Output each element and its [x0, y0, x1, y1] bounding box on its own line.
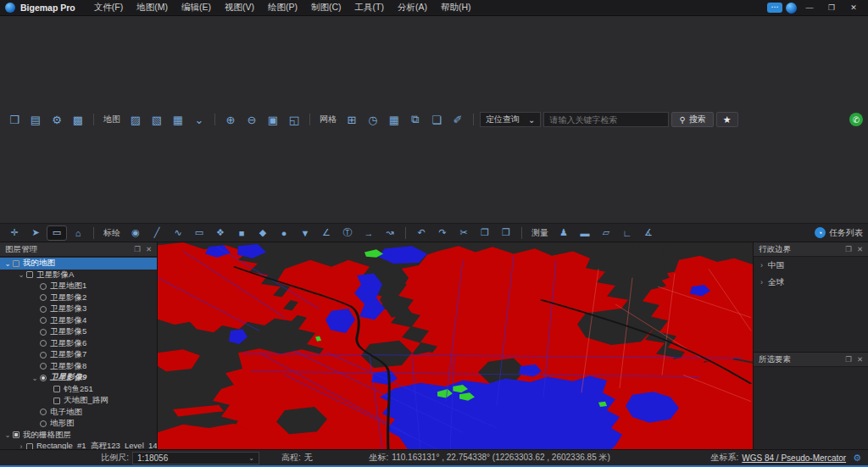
- expander-icon[interactable]: ›: [760, 261, 763, 270]
- close-panel-icon[interactable]: ✕: [857, 245, 863, 253]
- layer-item[interactable]: 钓鱼251: [0, 384, 157, 396]
- close-button[interactable]: ✕: [844, 2, 863, 14]
- full-extent-icon[interactable]: ◱: [285, 112, 303, 127]
- radio[interactable]: [40, 317, 47, 324]
- expander-icon[interactable]: ›: [760, 278, 763, 286]
- layer-item[interactable]: ⌄卫星影像9: [0, 372, 157, 384]
- layer-item[interactable]: 卫星影像4: [0, 315, 157, 327]
- home-view-icon[interactable]: ⌂: [69, 226, 87, 240]
- expander-icon[interactable]: ⌄: [3, 431, 12, 439]
- radio[interactable]: [40, 329, 47, 336]
- expander-icon[interactable]: ⌄: [3, 259, 12, 268]
- checkbox[interactable]: [26, 271, 33, 278]
- map-style-dropdown-icon[interactable]: ⌄: [190, 112, 209, 127]
- menu-view[interactable]: 视图(V): [218, 1, 261, 14]
- radio[interactable]: [40, 294, 47, 301]
- layer-item[interactable]: 卫星影像3: [0, 303, 157, 315]
- pentagon-draw-icon[interactable]: ◆: [253, 226, 272, 240]
- measure-azimuth-icon[interactable]: ∡: [639, 226, 658, 240]
- layer-item[interactable]: 卫星影像8: [0, 361, 157, 373]
- circle-draw-icon[interactable]: ●: [275, 226, 293, 240]
- radio[interactable]: [40, 409, 47, 415]
- map-canvas[interactable]: [158, 242, 753, 449]
- layer-item[interactable]: 地形图: [0, 418, 157, 430]
- save-icon[interactable]: ▤: [26, 112, 45, 127]
- layer-item[interactable]: ⌄我的栅格图层: [0, 430, 157, 442]
- crs-link[interactable]: WGS 84 / Pseudo-Mercator: [742, 453, 846, 463]
- region-global[interactable]: ›全球: [754, 274, 868, 291]
- layer-item[interactable]: 卫星影像2: [0, 292, 157, 304]
- layer-item[interactable]: 卫星影像5: [0, 326, 157, 338]
- float-panel-icon[interactable]: ❐: [845, 245, 852, 253]
- measure-angle-icon[interactable]: ∟: [618, 226, 637, 240]
- zoom-out-icon[interactable]: ⊖: [242, 112, 261, 127]
- redo-icon[interactable]: ↷: [433, 226, 452, 240]
- expander-icon[interactable]: ⌄: [17, 270, 25, 279]
- slope-draw-icon[interactable]: ∠: [317, 226, 336, 240]
- layer-item[interactable]: ⌄卫星影像A: [0, 270, 157, 281]
- layer-item[interactable]: 卫星影像6: [0, 338, 157, 350]
- sweep-brush-icon[interactable]: ✐: [448, 112, 467, 127]
- search-button[interactable]: ⚲搜索: [671, 112, 713, 127]
- expander-icon[interactable]: ›: [17, 442, 25, 449]
- menu-tools[interactable]: 工具(T): [348, 1, 391, 14]
- menu-map[interactable]: 地图(M): [130, 1, 175, 14]
- grid-export-icon[interactable]: ⧉: [406, 112, 425, 127]
- layer-item[interactable]: 天地图_路网: [0, 395, 157, 407]
- grid-icon[interactable]: ⊞: [342, 112, 361, 127]
- menu-analysis[interactable]: 分析(A): [391, 1, 434, 14]
- radio[interactable]: [40, 340, 47, 347]
- scale-select[interactable]: 1:18056 ⌄: [132, 452, 259, 464]
- settings-gear-icon[interactable]: ⚙: [47, 112, 66, 127]
- menu-file[interactable]: 文件(F): [87, 1, 130, 14]
- locate-query-select[interactable]: 定位查询⌄: [480, 112, 541, 127]
- square-draw-icon[interactable]: ■: [232, 226, 251, 240]
- arrow-draw-icon[interactable]: →: [359, 226, 378, 240]
- measure-distance-icon[interactable]: ▬: [576, 226, 594, 240]
- menu-cartography[interactable]: 制图(C): [304, 1, 348, 14]
- minimize-button[interactable]: —: [800, 2, 819, 14]
- polyline-draw-icon[interactable]: ∿: [169, 226, 187, 240]
- copy-icon[interactable]: ❐: [476, 226, 494, 240]
- checkbox[interactable]: [13, 431, 19, 438]
- radio[interactable]: [40, 375, 47, 381]
- imagery-map-icon[interactable]: ▦: [169, 112, 187, 127]
- paste-icon[interactable]: ❒: [497, 226, 515, 240]
- triangle-draw-icon[interactable]: ▼: [296, 226, 314, 240]
- float-panel-icon[interactable]: ❐: [134, 245, 141, 253]
- checkbox[interactable]: [53, 398, 60, 404]
- favorite-star-button[interactable]: ★: [716, 112, 738, 127]
- grid-sheet-icon[interactable]: ▦: [385, 112, 403, 127]
- layer-item[interactable]: 卫星影像7: [0, 349, 157, 361]
- undo-icon[interactable]: ↶: [412, 226, 431, 240]
- task-list-button[interactable]: ◔任务列表: [815, 227, 863, 239]
- pan-hand-icon[interactable]: ✛: [5, 226, 24, 240]
- terrain-map-icon[interactable]: ▧: [147, 112, 166, 127]
- rectangle-draw-icon[interactable]: ▭: [190, 226, 209, 240]
- freepolygon-draw-icon[interactable]: ❖: [211, 226, 230, 240]
- point-marker-icon[interactable]: ◉: [126, 226, 145, 240]
- layer-item[interactable]: 卫星地图1: [0, 281, 157, 292]
- region-china[interactable]: ›中国: [754, 257, 868, 274]
- globe-grid-icon[interactable]: ◷: [364, 112, 382, 127]
- radio[interactable]: [40, 420, 47, 427]
- map-window-icon[interactable]: ▩: [69, 112, 87, 127]
- text-label-icon[interactable]: Ⓣ: [338, 226, 357, 240]
- layer-item[interactable]: 电子地图: [0, 407, 157, 419]
- menu-help[interactable]: 帮助(H): [434, 1, 478, 14]
- layer-item[interactable]: ›Rectangle_#1_高程123_Level_14: [0, 441, 157, 449]
- checkbox[interactable]: [26, 443, 33, 449]
- checkbox[interactable]: [13, 260, 19, 267]
- support-phone-icon[interactable]: ✆: [849, 113, 863, 126]
- float-panel-icon[interactable]: ❐: [845, 355, 852, 364]
- maximize-button[interactable]: ❐: [822, 2, 841, 14]
- zoom-in-icon[interactable]: ⊕: [221, 112, 240, 127]
- close-panel-icon[interactable]: ✕: [146, 245, 152, 253]
- line-draw-icon[interactable]: ╱: [147, 226, 166, 240]
- cut-icon[interactable]: ✂: [454, 226, 473, 240]
- radio[interactable]: [40, 306, 47, 313]
- box-zoom-icon[interactable]: ▣: [264, 112, 282, 127]
- open-folder-icon[interactable]: ❒: [5, 112, 24, 127]
- select-cursor-icon[interactable]: ➤: [26, 226, 45, 240]
- satellite-map-icon[interactable]: ▨: [126, 112, 145, 127]
